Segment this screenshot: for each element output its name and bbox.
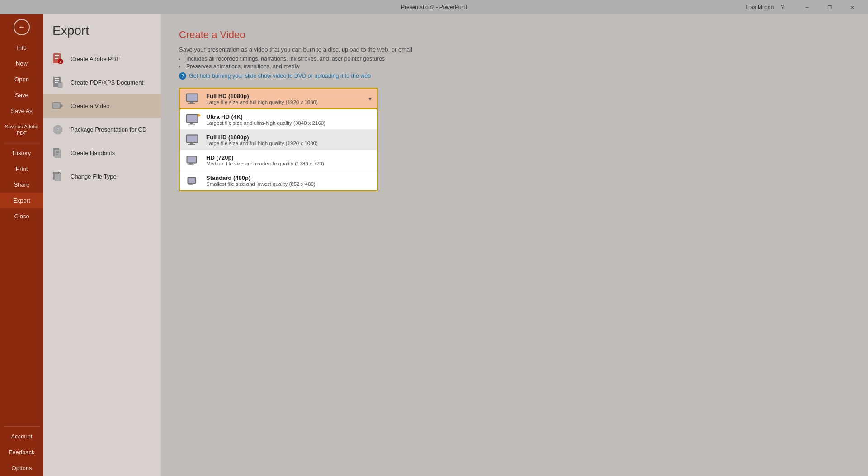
right-panel: Create a Video Save your presentation as… [161, 14, 868, 476]
nav-label-package-cd: Package Presentation for CD [71, 126, 146, 133]
left-panel: Export A Create Adobe PDF Create PDF/XPS… [43, 14, 161, 476]
sidebar-item-info[interactable]: Info [0, 40, 43, 56]
dropdown-option-hd-720[interactable]: HD (720p) Medium file size and moderate … [180, 150, 377, 170]
hd-720-desc: Medium file size and moderate quality (1… [206, 161, 324, 166]
svg-rect-42 [189, 163, 193, 165]
svg-rect-10 [58, 82, 62, 88]
nav-item-create-handouts[interactable]: Create Handouts [43, 141, 161, 165]
sidebar-item-open[interactable]: Open [0, 71, 43, 87]
dropdown-arrow-icon: ▾ [368, 95, 372, 102]
help-button[interactable]: ? [781, 4, 784, 10]
feature-list: Includes all recorded timings, narration… [179, 56, 850, 70]
svg-marker-13 [61, 104, 63, 108]
dropdown-option-full-hd[interactable]: Full HD (1080p) Large file size and full… [180, 130, 377, 150]
dropdown-list: ★ Ultra HD (4K) Largest file size and ul… [180, 109, 377, 190]
dropdown-selected-option[interactable]: Full HD (1080p) Large file size and full… [180, 89, 377, 109]
svg-rect-20 [55, 150, 61, 158]
svg-rect-47 [188, 185, 193, 186]
sidebar-item-options[interactable]: Options [0, 460, 43, 476]
sidebar-item-history[interactable]: History [0, 145, 43, 161]
sidebar-item-save[interactable]: Save [0, 87, 43, 103]
svg-rect-45 [189, 178, 195, 183]
svg-rect-46 [189, 184, 192, 185]
svg-rect-23 [56, 154, 58, 155]
svg-text:★: ★ [198, 113, 200, 117]
create-video-icon [51, 99, 65, 113]
selected-option-title: Full HD (1080p) [206, 93, 318, 99]
nav-item-create-pdf-xps[interactable]: Create PDF/XPS Document [43, 71, 161, 94]
svg-rect-43 [188, 165, 194, 165]
nav-label-create-pdf-xps: Create PDF/XPS Document [71, 79, 143, 86]
selected-option-desc: Large file size and full high quality (1… [206, 99, 318, 105]
svg-rect-3 [55, 58, 58, 59]
create-pdf-icon: A [51, 52, 65, 66]
help-link-text: Get help burning your slide show video t… [189, 73, 371, 79]
sidebar-item-feedback[interactable]: Feedback [0, 444, 43, 460]
full-hd-desc: Large file size and full high quality (1… [206, 141, 318, 146]
nav-label-create-video: Create a Video [71, 103, 110, 109]
standard-480-desc: Smallest file size and lowest quality (8… [206, 181, 316, 187]
sidebar-item-export[interactable]: Export [0, 193, 43, 208]
quality-dropdown[interactable]: Full HD (1080p) Large file size and full… [179, 88, 378, 191]
help-icon: ? [179, 72, 186, 80]
nav-item-create-video[interactable]: Create a Video [43, 94, 161, 118]
sidebar: ← Info New Open Save Save As Save as Ado… [0, 14, 43, 476]
svg-rect-22 [56, 152, 59, 153]
title-bar: Presentation2 - PowerPoint Lisa Mildon ?… [0, 0, 868, 14]
standard-480-text: Standard (480p) Smallest file size and l… [206, 174, 316, 187]
svg-rect-27 [187, 94, 197, 101]
minimize-button[interactable]: ─ [797, 0, 817, 14]
content-area: Export A Create Adobe PDF Create PDF/XPS… [43, 14, 868, 476]
ultra-hd-icon: ★ [185, 113, 202, 126]
create-handouts-icon [51, 146, 65, 160]
nav-item-change-file-type[interactable]: Change File Type [43, 165, 161, 188]
back-circle-icon: ← [14, 19, 30, 35]
sidebar-item-save-as[interactable]: Save As [0, 103, 43, 119]
svg-rect-1 [55, 55, 59, 56]
nav-label-change-file-type: Change File Type [71, 173, 117, 180]
sidebar-item-share[interactable]: Share [0, 177, 43, 193]
standard-480-title: Standard (480p) [206, 174, 316, 181]
title-bar-controls: Lisa Mildon ? ─ ❐ ✕ [746, 0, 863, 14]
svg-rect-25 [55, 174, 61, 181]
sidebar-item-print[interactable]: Print [0, 161, 43, 177]
app-body: ← Info New Open Save Save As Save as Ado… [0, 14, 868, 476]
package-cd-icon [51, 122, 65, 137]
sidebar-item-new[interactable]: New [0, 56, 43, 71]
nav-label-create-handouts: Create Handouts [71, 150, 115, 156]
window-title: Presentation2 - PowerPoint [401, 4, 467, 10]
section-description: Save your presentation as a video that y… [179, 46, 850, 53]
restore-button[interactable]: ❐ [819, 0, 840, 14]
close-button[interactable]: ✕ [842, 0, 863, 14]
nav-item-create-pdf[interactable]: A Create Adobe PDF [43, 47, 161, 71]
svg-rect-9 [55, 82, 58, 83]
dropdown-option-standard-480[interactable]: Standard (480p) Smallest file size and l… [180, 170, 377, 190]
svg-rect-37 [187, 136, 197, 142]
window-controls: ─ ❐ ✕ [797, 0, 863, 14]
sidebar-item-save-adobe[interactable]: Save as Adobe PDF [0, 119, 43, 141]
ultra-hd-desc: Largest file size and ultra-high quality… [206, 120, 326, 126]
svg-rect-12 [53, 103, 60, 108]
sidebar-item-account[interactable]: Account [0, 429, 43, 444]
change-file-type-icon [51, 169, 65, 184]
nav-item-package-cd[interactable]: Package Presentation for CD [43, 118, 161, 141]
user-name: Lisa Mildon [746, 4, 774, 10]
dropdown-option-ultra-hd[interactable]: ★ Ultra HD (4K) Largest file size and ul… [180, 109, 377, 130]
svg-rect-29 [188, 103, 195, 104]
selected-option-text: Full HD (1080p) Large file size and full… [206, 93, 318, 105]
full-hd-text: Full HD (1080p) Large file size and full… [206, 134, 318, 146]
svg-text:A: A [59, 61, 61, 64]
hd-720-title: HD (720p) [206, 154, 324, 161]
help-link[interactable]: ? Get help burning your slide show video… [179, 72, 850, 80]
svg-rect-32 [190, 123, 193, 124]
sidebar-item-close[interactable]: Close [0, 208, 43, 224]
svg-rect-7 [55, 78, 59, 79]
create-pdf-xps-icon [51, 75, 65, 90]
svg-rect-33 [188, 124, 195, 125]
svg-rect-28 [190, 102, 193, 103]
section-title: Create a Video [179, 29, 850, 41]
feature-item-2: Preserves animations, transitions, and m… [179, 63, 850, 70]
standard-480-icon [185, 174, 202, 187]
back-button[interactable]: ← [0, 14, 43, 40]
sidebar-divider-1 [4, 143, 40, 143]
